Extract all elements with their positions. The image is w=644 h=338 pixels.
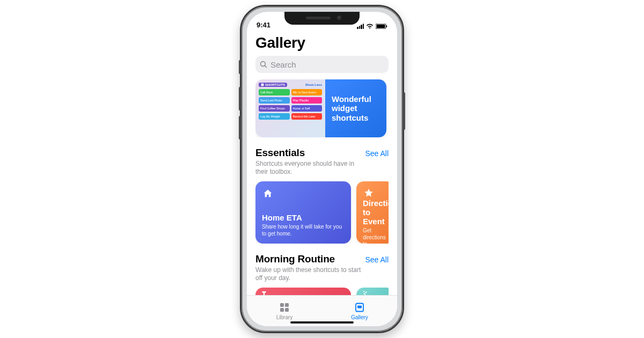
featured-card[interactable]: SHORTCUTS Show Less Call MomMin to Next …: [255, 79, 386, 137]
library-icon: [279, 302, 290, 313]
notch: [284, 12, 360, 25]
shortcut-card[interactable]: [255, 288, 351, 295]
widget-pill: Find Coffee Shops: [259, 105, 290, 112]
shortcut-title: Directions to Event: [363, 199, 387, 226]
morning-carousel[interactable]: [255, 288, 389, 295]
featured-carousel[interactable]: SHORTCUTS Show Less Call MomMin to Next …: [255, 79, 389, 137]
widget-pill: Home or Self: [291, 105, 323, 112]
svg-rect-8: [280, 308, 284, 312]
show-less-link: Show Less: [305, 83, 322, 86]
widget-pill: Play Playlist: [291, 97, 323, 104]
widget-pill: Min to Next Event: [291, 89, 323, 95]
widget-pill: Log My Weight: [259, 113, 290, 120]
section-subtitle: Shortcuts everyone should have in their …: [255, 160, 368, 176]
featured-widget-preview: SHORTCUTS Show Less Call MomMin to Next …: [255, 79, 325, 137]
shortcut-title: Home ETA: [262, 213, 345, 222]
widget-pill: Send Last Photo: [259, 97, 290, 104]
svg-rect-5: [261, 84, 264, 86]
home-indicator[interactable]: [290, 321, 354, 324]
wifi-icon: [366, 24, 374, 29]
hourglass-icon: [261, 291, 267, 295]
section-subtitle: Wake up with these shortcuts to start of…: [255, 266, 368, 282]
volume-up-button: [239, 87, 241, 111]
section-morning-routine: Morning Routine See All Wake up with the…: [255, 253, 389, 295]
search-input[interactable]: Search: [255, 56, 389, 73]
search-icon: [260, 61, 267, 68]
battery-icon: [376, 24, 387, 29]
section-title: Essentials: [255, 147, 305, 159]
section-essentials: Essentials See All Shortcuts everyone sh…: [255, 147, 389, 244]
svg-rect-1: [377, 25, 385, 28]
svg-rect-6: [280, 303, 284, 307]
widget-pill: Remind Me Later: [291, 113, 323, 120]
see-all-link[interactable]: See All: [365, 149, 389, 158]
cellular-icon: [357, 24, 364, 29]
section-title: Morning Routine: [255, 253, 335, 265]
shortcut-desc: Share how long it will take for you to g…: [262, 224, 345, 237]
essentials-carousel[interactable]: Home ETA Share how long it will take for…: [255, 181, 389, 244]
content-scroll[interactable]: Gallery Search SHORTCUTS Show Less: [247, 30, 397, 295]
page-title: Gallery: [255, 34, 389, 52]
star-icon: [363, 188, 375, 199]
mute-switch: [239, 60, 241, 74]
svg-rect-2: [386, 25, 387, 27]
gallery-icon: [354, 302, 365, 313]
search-placeholder: Search: [270, 60, 296, 69]
house-icon: [262, 188, 274, 200]
see-all-link[interactable]: See All: [365, 255, 389, 264]
svg-line-4: [265, 65, 266, 67]
status-time: 9:41: [257, 21, 270, 29]
screen: 9:41 Gallery Search S: [247, 12, 397, 326]
widget-pill: Call Mom: [259, 89, 290, 95]
shortcut-card-home-eta[interactable]: Home ETA Share how long it will take for…: [255, 181, 351, 244]
power-button: [403, 92, 405, 130]
svg-rect-7: [285, 303, 289, 307]
utensils-icon: [362, 291, 368, 295]
shortcut-card-directions-event[interactable]: Directions to Event Get directions to ca…: [356, 181, 389, 244]
volume-down-button: [239, 116, 241, 139]
shortcut-desc: Get directions to calendar event.: [363, 227, 387, 244]
phone-frame: 9:41 Gallery Search S: [240, 5, 404, 333]
shortcut-card[interactable]: [356, 288, 389, 295]
svg-rect-11: [357, 306, 362, 308]
shortcuts-badge: SHORTCUTS: [259, 83, 287, 87]
tab-label: Library: [276, 314, 293, 320]
featured-headline: Wonderful widget shortcuts: [325, 79, 386, 137]
svg-rect-9: [285, 308, 289, 312]
tab-label: Gallery: [351, 314, 368, 320]
